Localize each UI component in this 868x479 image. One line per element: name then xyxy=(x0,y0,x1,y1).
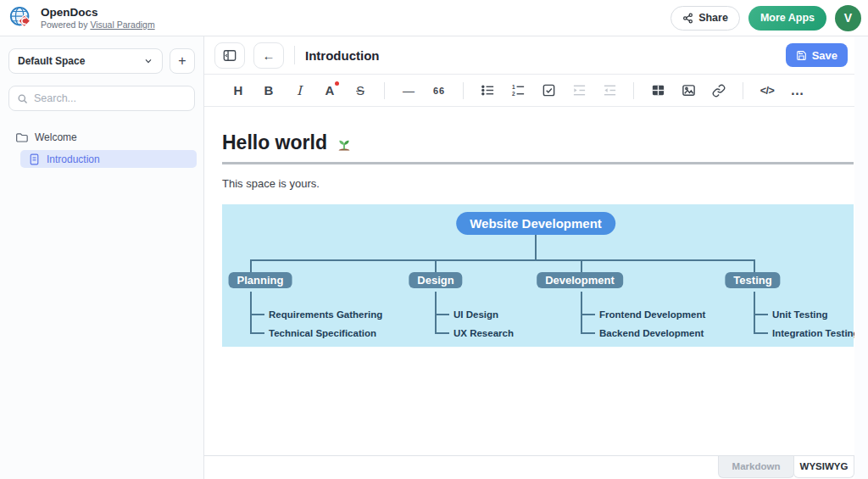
user-avatar[interactable]: V xyxy=(835,5,861,31)
tree-item-introduction[interactable]: Introduction xyxy=(20,150,197,168)
italic-glyph: I xyxy=(297,83,302,98)
app-header: OpenDocs Powered by Visual Paradigm Shar… xyxy=(0,0,868,36)
mindmap-diagram[interactable]: Website DevelopmentPlanningRequirements … xyxy=(222,204,854,347)
powered-by-prefix: Powered by xyxy=(41,19,90,30)
search-input[interactable] xyxy=(34,92,186,104)
topbar-divider xyxy=(294,46,295,64)
mindmap-branch-node: Testing xyxy=(725,272,780,288)
mindmap-branch-node: Design xyxy=(409,272,462,288)
mindmap-connector xyxy=(754,292,755,334)
mindmap-connector xyxy=(581,259,582,272)
back-button[interactable]: ← xyxy=(253,42,284,69)
sidebar: Default Space + xyxy=(0,36,204,479)
mindmap-branch-node: Development xyxy=(537,272,623,288)
opendocs-app: OpenDocs Powered by Visual Paradigm Shar… xyxy=(0,0,868,479)
toolbar-task-list-button[interactable] xyxy=(537,78,560,103)
more-apps-button[interactable]: More Apps xyxy=(748,6,826,31)
toolbar-more-button[interactable]: … xyxy=(786,78,810,103)
toolbar-table-button[interactable] xyxy=(646,78,670,103)
visual-paradigm-link[interactable]: Visual Paradigm xyxy=(90,19,154,30)
toolbar-heading-button[interactable]: H xyxy=(226,78,250,103)
ordered-list-icon: 12 xyxy=(511,83,526,97)
tree-item-label: Introduction xyxy=(47,153,100,165)
mindmap-connector xyxy=(535,235,537,259)
body-paragraph: This space is yours. xyxy=(222,177,854,190)
toolbar-divider xyxy=(743,82,743,99)
mindmap-connector xyxy=(252,314,264,315)
bold-glyph: B xyxy=(264,83,274,97)
horizontal-rule-glyph: — xyxy=(403,84,415,97)
add-page-button[interactable]: + xyxy=(170,48,195,74)
indent-icon xyxy=(572,83,587,97)
toolbar-link-button[interactable] xyxy=(707,78,731,103)
share-icon xyxy=(682,13,693,24)
mindmap-leaf-label: UI Design xyxy=(453,309,498,320)
mindmap-leaf-label: Technical Specification xyxy=(269,328,376,338)
mindmap-connector xyxy=(754,259,755,272)
toolbar-ordered-list-button[interactable]: 12 xyxy=(506,78,530,103)
save-icon xyxy=(796,50,807,61)
toolbar-indent-button xyxy=(567,78,591,103)
mindmap-root-node: Website Development xyxy=(456,212,615,235)
mindmap-branch-node: Planning xyxy=(229,272,292,288)
mindmap-connector xyxy=(437,314,449,315)
font-color-dot xyxy=(335,81,339,86)
mindmap-connector xyxy=(582,314,595,315)
editor-canvas[interactable]: Hello world This space is yours. Website… xyxy=(204,107,854,455)
mindmap-connector xyxy=(437,332,449,334)
table-icon xyxy=(651,83,665,97)
task-list-icon xyxy=(542,83,556,97)
document-icon xyxy=(29,153,40,165)
mindmap-leaf-label: Frontend Development xyxy=(599,309,705,320)
svg-text:2: 2 xyxy=(511,91,515,97)
tab-markdown[interactable]: Markdown xyxy=(718,456,794,478)
document-topbar: ← Introduction Save xyxy=(204,36,854,75)
app-name: OpenDocs xyxy=(41,6,155,19)
mindmap-connector xyxy=(582,332,595,334)
mindmap-connector xyxy=(252,332,264,334)
seedling-emoji-icon xyxy=(335,134,353,153)
mindmap-leaf-label: UX Research xyxy=(453,328,514,338)
heading-text: Hello world xyxy=(222,131,327,154)
toolbar-blockquote-button[interactable]: 66 xyxy=(427,78,451,103)
toolbar-divider xyxy=(384,82,385,99)
toolbar-divider xyxy=(463,82,464,99)
toolbar-strikethrough-button[interactable]: S xyxy=(348,78,372,103)
more-glyph: … xyxy=(791,83,805,98)
mindmap-leaf-label: Backend Development xyxy=(599,328,704,338)
mindmap-leaf-label: Unit Testing xyxy=(772,309,828,320)
space-selector[interactable]: Default Space xyxy=(8,48,163,74)
opendocs-logo-icon xyxy=(8,5,34,31)
link-icon xyxy=(712,84,726,97)
editor-mode-tabs: Markdown WYSIWYG xyxy=(204,455,854,479)
toolbar-image-button[interactable] xyxy=(676,78,700,103)
toolbar-font-color-button[interactable]: A xyxy=(318,78,342,103)
outdent-icon xyxy=(603,83,617,97)
toolbar-italic-button[interactable]: I xyxy=(287,78,311,103)
document-heading: Hello world xyxy=(222,131,854,154)
heading-rule xyxy=(222,162,854,164)
toolbar-divider xyxy=(633,82,634,99)
toolbar-bullet-list-button[interactable] xyxy=(476,78,499,103)
search-box[interactable] xyxy=(8,86,195,111)
save-button[interactable]: Save xyxy=(786,43,848,67)
page-title: Introduction xyxy=(305,48,379,63)
bullet-list-icon xyxy=(481,83,495,97)
tree-item-welcome[interactable]: Welcome xyxy=(0,128,203,147)
tab-wysiwyg[interactable]: WYSIWYG xyxy=(793,456,854,478)
arrow-left-icon: ← xyxy=(263,48,275,63)
mindmap-connector xyxy=(435,259,437,272)
brand: OpenDocs Powered by Visual Paradigm xyxy=(8,5,155,31)
toolbar-code-button[interactable]: </> xyxy=(755,78,779,103)
space-selector-value: Default Space xyxy=(18,55,85,67)
toolbar-bold-button[interactable]: B xyxy=(257,78,281,103)
toolbar-horizontal-rule-button[interactable]: — xyxy=(397,78,420,103)
mindmap-connector xyxy=(435,292,437,334)
scrollbar-gutter[interactable] xyxy=(854,36,868,479)
mindmap-leaf-label: Requirements Gathering xyxy=(269,309,382,320)
main-panel: ← Introduction Save HBIAS—6612</>… xyxy=(204,36,854,479)
toggle-sidebar-button[interactable] xyxy=(214,42,245,69)
share-button[interactable]: Share xyxy=(670,6,740,31)
strikethrough-glyph: S xyxy=(356,84,364,97)
heading-glyph: H xyxy=(234,83,243,97)
